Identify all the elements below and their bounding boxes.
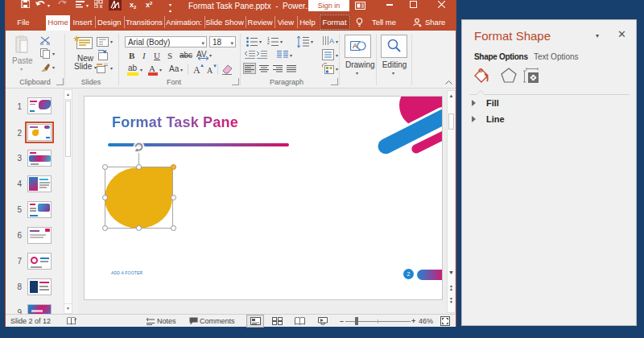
svg-text:A: A — [353, 42, 357, 50]
svg-text:A: A — [329, 37, 334, 45]
svg-text:2: 2 — [267, 40, 270, 45]
